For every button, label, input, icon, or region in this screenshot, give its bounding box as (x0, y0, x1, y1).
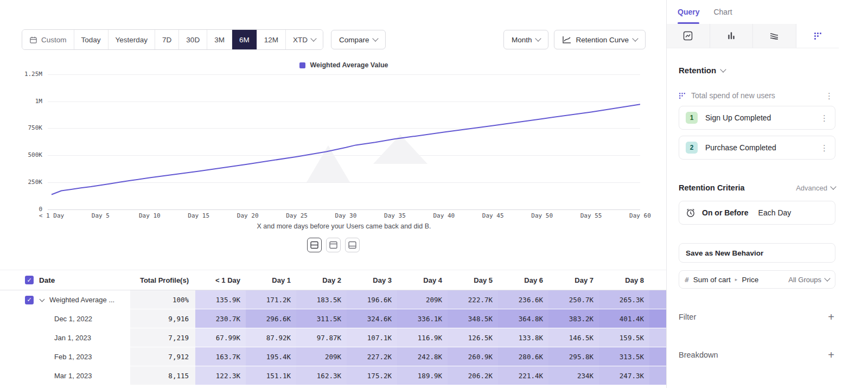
kebab-icon[interactable]: ⋮ (818, 144, 831, 152)
step-row-1[interactable]: 1 Sign Up Completed ⋮ (679, 106, 835, 130)
retention-cell[interactable]: 265.3K (599, 290, 649, 309)
retention-cell[interactable]: 67.99K (195, 328, 246, 347)
retention-cell[interactable]: 348.5K (448, 309, 498, 328)
retention-cell[interactable]: 311.5K (296, 309, 347, 328)
row-label[interactable]: Dec 1, 2022 (54, 315, 92, 323)
all-groups-select[interactable]: All Groups (788, 276, 829, 284)
retention-cell[interactable]: 324.6K (347, 309, 397, 328)
hash-icon: # (685, 276, 689, 284)
retention-cell[interactable]: 175.2K (347, 366, 397, 385)
retention-cell[interactable]: 151.1K (246, 366, 296, 385)
step-row-2[interactable]: 2 Purchase Completed ⋮ (679, 136, 835, 160)
retention-cell[interactable]: 221.4K (498, 366, 548, 385)
add-filter-button[interactable]: + (828, 311, 835, 322)
range-custom[interactable]: Custom (22, 30, 74, 49)
retention-cell[interactable]: 133.8K (498, 328, 548, 347)
save-as-new-behavior-button[interactable]: Save as New Behavior (679, 243, 835, 263)
retention-cell[interactable]: 336.1K (397, 309, 448, 328)
retention-cell[interactable]: 250.7K (548, 290, 599, 309)
retention-cell[interactable]: 162.3K (296, 366, 347, 385)
row-label[interactable]: Weighted Average ... (49, 296, 114, 304)
row-label[interactable]: Mar 1, 2023 (54, 372, 92, 380)
retention-cell[interactable]: 222.7K (448, 290, 498, 309)
chevron-down-icon (830, 183, 836, 189)
report-type-icon-row (667, 24, 839, 48)
retention-cell[interactable]: 364.8K (498, 309, 548, 328)
retention-cell[interactable]: 87.92K (246, 328, 296, 347)
row-checkbox[interactable]: ✓ (25, 296, 34, 304)
retention-cell[interactable]: 295.8K (548, 347, 599, 366)
criteria-card[interactable]: On or Before Each Day (679, 201, 835, 225)
measure-property[interactable]: Price (742, 276, 758, 284)
range-today[interactable]: Today (74, 30, 108, 49)
row-density-toggle (0, 238, 666, 252)
tab-query[interactable]: Query (678, 0, 699, 24)
retention-cell[interactable]: 209K (296, 347, 347, 366)
retention-cell[interactable]: 383.2K (548, 309, 599, 328)
chevron-down-icon[interactable] (40, 296, 45, 302)
retention-cell[interactable]: 146.5K (548, 328, 599, 347)
density-tall-row-icon[interactable] (345, 238, 360, 252)
x-axis-label: Day 10 (139, 212, 161, 219)
x-axis-label: Day 50 (531, 212, 553, 219)
retention-cell[interactable]: 107.1K (347, 328, 397, 347)
retention-cell[interactable]: 159.5K (599, 328, 649, 347)
retention-cell[interactable]: 97.87K (296, 328, 347, 347)
date-header-label: Date (39, 276, 55, 284)
retention-cell[interactable]: 247.3K (599, 366, 649, 385)
compare-button[interactable]: Compare (331, 30, 386, 49)
y-axis-label: 750K (12, 124, 42, 131)
retention-cell[interactable]: 401.4K (599, 309, 649, 328)
retention-cell[interactable]: 209K (397, 290, 448, 309)
measure-event[interactable]: Sum of cart (693, 276, 731, 284)
retention-grid-icon[interactable] (796, 24, 839, 48)
retention-cell[interactable]: 183.5K (296, 290, 347, 309)
retention-cell[interactable]: 242.8K (397, 347, 448, 366)
bar-chart-icon[interactable] (710, 24, 754, 48)
retention-cell[interactable]: 230.7K (195, 309, 246, 328)
kebab-icon[interactable]: ⋮ (818, 114, 831, 122)
retention-cell[interactable]: 227.2K (347, 347, 397, 366)
range-30d[interactable]: 30D (179, 30, 207, 49)
advanced-toggle[interactable]: Advanced (796, 184, 835, 192)
kebab-icon[interactable]: ⋮ (823, 92, 835, 100)
tab-chart[interactable]: Chart (713, 0, 732, 24)
retention-cell[interactable]: 189.9K (397, 366, 448, 385)
density-split-row-icon[interactable] (307, 238, 322, 252)
retention-cell[interactable]: 171.2K (246, 290, 296, 309)
retention-cell[interactable]: 236.6K (498, 290, 548, 309)
retention-cell[interactable]: 195.4K (246, 347, 296, 366)
range-12m[interactable]: 12M (257, 30, 286, 49)
granularity-select[interactable]: Month (503, 30, 549, 49)
retention-cell[interactable]: 135.9K (195, 290, 246, 309)
range-6m[interactable]: 6M (232, 30, 257, 49)
add-breakdown-button[interactable]: + (828, 349, 835, 360)
insights-icon[interactable] (667, 24, 710, 48)
calendar-icon (29, 36, 37, 44)
retention-cell[interactable]: 260.9K (448, 347, 498, 366)
select-all-checkbox[interactable]: ✓ (25, 276, 34, 284)
row-label[interactable]: Jan 1, 2023 (54, 334, 91, 342)
row-label[interactable]: Feb 1, 2023 (54, 353, 92, 361)
retention-cell[interactable]: 313.5K (599, 347, 649, 366)
behavior-header[interactable]: Total spend of new users ⋮ (679, 91, 835, 100)
retention-cell[interactable]: 122.3K (195, 366, 246, 385)
chart-type-select[interactable]: Retention Curve (554, 30, 646, 49)
retention-cell[interactable]: 206.2K (448, 366, 498, 385)
retention-cell[interactable]: 126.5K (448, 328, 498, 347)
range-7d[interactable]: 7D (155, 30, 179, 49)
density-medium-row-icon[interactable] (326, 238, 341, 252)
flows-icon[interactable] (753, 24, 796, 48)
retention-cell[interactable]: 234K (548, 366, 599, 385)
retention-cell[interactable]: 163.7K (195, 347, 246, 366)
range-3m[interactable]: 3M (207, 30, 232, 49)
retention-cell[interactable]: 116.9K (397, 328, 448, 347)
retention-cell[interactable]: 280.6K (498, 347, 548, 366)
range-xtd[interactable]: XTD (286, 30, 323, 49)
toolbar-right: Month Retention Curve (503, 30, 646, 49)
report-type-select[interactable]: Retention (679, 66, 835, 75)
retention-cell[interactable]: 296.6K (246, 309, 296, 328)
range-yesterday[interactable]: Yesterday (108, 30, 156, 49)
chevron-down-icon (310, 35, 316, 41)
retention-cell[interactable]: 196.6K (347, 290, 397, 309)
